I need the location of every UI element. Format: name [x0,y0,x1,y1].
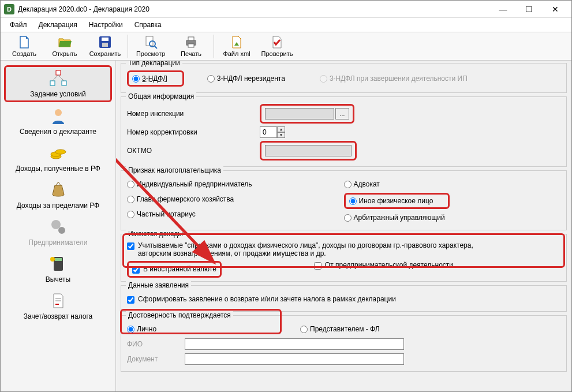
svg-rect-1 [102,38,109,41]
group-legend: Достоверность подтверждается [126,311,233,319]
radio-advocate[interactable]: Адвокат [344,180,380,188]
svg-line-5 [155,46,157,48]
svg-rect-11 [62,81,66,85]
declaration-type-group: Тип декларации 3-НДФЛ 3-НДФЛ нерезидента… [121,63,567,93]
browse-inspection-button[interactable]: ... [335,108,349,120]
svg-rect-2 [102,43,108,47]
close-button[interactable]: ✕ [542,1,568,17]
folder-open-icon [58,35,72,49]
nav-income-abroad[interactable]: Доходы за пределами РФ [4,177,112,213]
radio-personally[interactable]: Лично [127,325,289,333]
toolbar-divider-2 [214,35,214,58]
application-group: Данные заявления Сформировать заявление … [121,285,567,312]
input-correction[interactable] [260,126,277,138]
nav-income-rf[interactable]: Доходы, полученные в РФ [4,140,112,176]
menu-bar: Файл Декларация Настройки Справка [1,18,571,32]
svg-point-18 [51,220,61,229]
title-bar: D Декларация 2020.dc0 - Декларация 2020 … [1,1,571,18]
minimize-button[interactable]: — [490,1,516,17]
radio-3ndfl-nonresident[interactable]: 3-НДФЛ нерезидента [207,74,285,83]
svg-rect-8 [188,44,194,47]
label-correction: Номер корректировки [127,128,260,136]
printer-icon [184,35,198,49]
nav-conditions[interactable]: Задание условий [4,65,112,102]
svg-rect-7 [188,37,194,40]
app-window: D Декларация 2020.dc0 - Декларация 2020 … [0,0,572,392]
toolbar-create[interactable]: Создать [4,33,44,59]
toolbar-save[interactable]: Сохранить [85,33,125,59]
label-document: Документ [127,355,185,363]
group-legend: Общая информация [126,92,196,100]
group-legend: Тип декларации [126,61,182,67]
radio-representative[interactable]: Представителем - ФЛ [300,325,380,333]
save-icon [98,35,112,49]
input-inspection[interactable] [265,108,334,120]
toolbar: Создать Открыть Сохранить Просмотр Печат… [1,32,571,61]
person-icon [49,107,68,125]
toolbar-view[interactable]: Просмотр [130,33,171,59]
svg-point-17 [55,150,66,154]
magnifier-icon [144,35,158,49]
radio-3ndfl-ip-end[interactable]: 3-НДФЛ при завершении деятельности ИП [320,74,468,83]
radio-ip[interactable]: Индивидуальный предприниматель [127,180,252,188]
svg-point-22 [50,257,55,262]
radio-farmer[interactable]: Глава фермерского хозяйства [127,195,234,203]
toolbar-open[interactable]: Открыть [44,33,85,59]
window-controls: — ☐ ✕ [490,1,568,17]
nav-entrepreneurs[interactable]: Предприниматели [4,214,112,250]
group-legend: Признак налогоплательщика [126,166,223,174]
toolbar-print[interactable]: Печать [171,33,211,59]
menu-file[interactable]: Файл [5,20,32,30]
svg-point-19 [58,227,65,234]
sidebar: Задание условий Сведения о декларанте До… [1,61,116,391]
svg-rect-21 [55,258,62,261]
check-generate-application[interactable]: Сформировать заявление о возврате и/или … [127,295,396,304]
check-entrepreneur-income[interactable]: От предпринимательской деятельности [314,261,453,270]
svg-point-14 [55,109,62,116]
menu-settings[interactable]: Настройки [84,20,128,30]
nav-declarant[interactable]: Сведения о декларанте [4,103,112,139]
main-area: Задание условий Сведения о декларанте До… [1,61,571,391]
group-legend: Данные заявления [126,281,191,289]
nav-offset[interactable]: Зачет/возврат налога [4,288,112,324]
money-bag-icon [49,181,68,199]
nav-deductions[interactable]: Вычеты [4,251,112,287]
radio-other-person[interactable]: Иное физическое лицо [349,197,433,205]
general-info-group: Общая информация Номер инспекции ... Ном… [121,96,567,167]
window-title: Декларация 2020.dc0 - Декларация 2020 [18,5,490,13]
check-income-certificates[interactable]: Учитываемые "справками о доходах физичес… [127,241,484,257]
correction-spinner[interactable]: ▲▼ [260,126,285,138]
label-inspection: Номер инспекции [127,110,260,118]
menu-declaration[interactable]: Декларация [34,20,82,30]
confirmation-group: Достоверность подтверждается Лично Предс… [121,315,567,372]
svg-line-13 [58,75,64,81]
conditions-icon [49,69,68,88]
document-icon [49,292,68,310]
calculator-icon [49,255,68,273]
maximize-button[interactable]: ☐ [516,1,542,17]
input-oktmo[interactable] [265,145,352,156]
radio-arbitration[interactable]: Арбитражный управляющий [344,214,445,222]
input-document [185,353,404,365]
toolbar-divider [128,35,128,58]
xml-file-icon [230,35,244,49]
content-panel: Тип декларации 3-НДФЛ 3-НДФЛ нерезидента… [116,61,571,391]
app-icon: D [4,4,14,14]
spin-up[interactable]: ▲ [277,126,285,132]
coins-icon [49,144,68,162]
radio-3ndfl[interactable]: 3-НДФЛ [132,74,167,83]
svg-line-12 [53,75,58,81]
check-foreign-currency[interactable]: В иностранной валюте [132,265,216,274]
menu-help[interactable]: Справка [130,20,166,30]
toolbar-check[interactable]: Проверить [257,33,297,59]
radio-notary[interactable]: Частный нотариус [127,210,196,218]
taxpayer-group: Признак налогоплательщика Индивидуальный… [121,170,567,230]
check-file-icon [270,35,284,49]
label-fio: ФИО [127,340,185,348]
spin-down[interactable]: ▼ [277,132,285,138]
input-fio [185,338,404,350]
toolbar-xml[interactable]: Файл xml [216,33,257,59]
svg-rect-9 [56,70,61,75]
group-legend: Имеются доходы [126,230,185,238]
new-file-icon [17,35,31,49]
